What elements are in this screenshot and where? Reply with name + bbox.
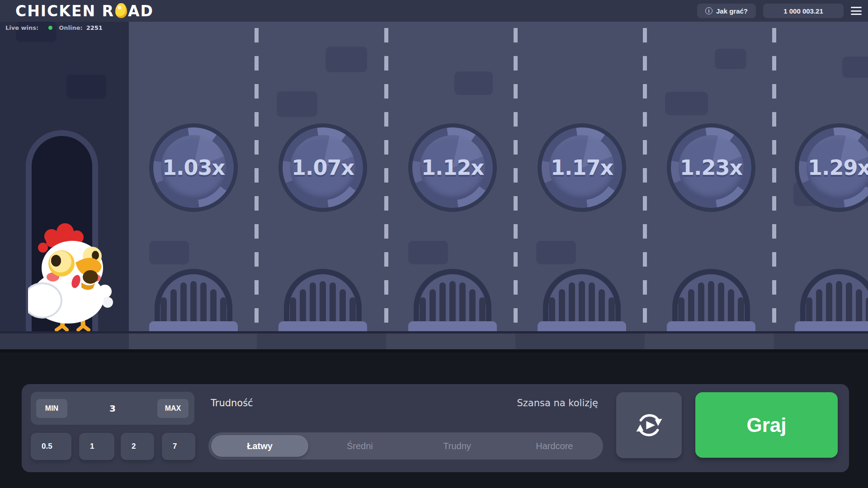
- quick-bet-button[interactable]: 1: [79, 433, 114, 460]
- multiplier-pad: 1.03x: [149, 123, 238, 212]
- multiplier-pad: 1.23x: [667, 123, 755, 212]
- road-patch: [536, 241, 576, 264]
- app-logo: CHICKEN RAD: [15, 1, 154, 20]
- egg-icon: [115, 3, 127, 18]
- quick-bet-button[interactable]: 7: [162, 433, 195, 460]
- road-patch: [277, 91, 317, 117]
- lane-divider: [514, 28, 518, 331]
- logo-text-left: CHICKEN R: [15, 2, 114, 20]
- grate-ledge: [795, 321, 868, 331]
- status-row: Live wins: Online: 2251: [5, 24, 103, 31]
- chicken-road-game-screen: CHICKEN RAD i Jak grać? 1 000 003.21 Liv…: [0, 0, 868, 488]
- bet-amount-control: MIN 3 MAX: [31, 392, 194, 425]
- difficulty-tab-latwy[interactable]: Łatwy: [211, 435, 308, 457]
- how-to-play-label: Jak grać?: [716, 7, 748, 15]
- menu-button[interactable]: [851, 7, 862, 15]
- autoplay-icon: [633, 409, 665, 441]
- road-patch: [326, 47, 367, 72]
- multiplier-pad: 1.12x: [408, 123, 497, 212]
- chicken-character: [28, 223, 114, 331]
- online-label: Online:: [59, 24, 83, 31]
- balance-value: 1 000 003.21: [783, 7, 823, 15]
- multiplier-label: 1.12x: [408, 123, 497, 212]
- difficulty-tab-sredni[interactable]: Średni: [311, 432, 408, 460]
- multiplier-pad: 1.17x: [538, 123, 626, 212]
- balance-display[interactable]: 1 000 003.21: [763, 4, 844, 18]
- road-patch: [842, 56, 868, 78]
- lane-divider: [772, 28, 776, 331]
- grate-ledge: [149, 321, 238, 331]
- multiplier-label: 1.29x: [795, 123, 868, 212]
- lane-divider: [643, 28, 647, 331]
- difficulty-tab-trudny[interactable]: Trudny: [409, 432, 506, 460]
- curb: [0, 331, 868, 352]
- grate-ledge: [538, 321, 626, 331]
- difficulty-tabs: Łatwy Średni Trudny Hardcore: [208, 432, 603, 460]
- road-patch: [715, 49, 746, 69]
- topbar-actions: i Jak grać? 1 000 003.21: [697, 0, 862, 22]
- grate-ledge: [278, 321, 367, 331]
- road-patch: [66, 75, 106, 99]
- how-to-play-button[interactable]: i Jak grać?: [697, 4, 756, 18]
- quick-bet-button[interactable]: 2: [121, 433, 154, 460]
- collision-chance-label: Szansa na kolizję: [422, 398, 598, 408]
- quick-bet-button[interactable]: 0.5: [31, 433, 71, 460]
- max-bet-button[interactable]: MAX: [157, 399, 189, 418]
- road-patch: [149, 241, 189, 264]
- top-bar: CHICKEN RAD i Jak grać? 1 000 003.21: [0, 0, 868, 22]
- grate-ledge: [408, 321, 497, 331]
- multiplier-label: 1.07x: [278, 123, 367, 212]
- multiplier-label: 1.17x: [538, 123, 626, 212]
- start-sidewalk: [0, 22, 129, 331]
- road-patch: [454, 71, 493, 95]
- game-area: Live wins: Online: 2251: [0, 22, 868, 352]
- play-button[interactable]: Graj: [695, 392, 838, 458]
- info-icon: i: [705, 7, 712, 14]
- road-patch: [665, 92, 708, 115]
- multiplier-pad: 1.07x: [278, 123, 367, 212]
- online-count: 2251: [86, 24, 103, 31]
- difficulty-tab-hardcore[interactable]: Hardcore: [506, 432, 603, 460]
- lane-divider: [255, 28, 259, 331]
- hamburger-icon: [851, 7, 862, 8]
- live-wins-label: Live wins:: [5, 24, 38, 31]
- control-panel: MIN 3 MAX 0.5 1 2 7 Trudność Szansa na k…: [22, 384, 849, 472]
- autoplay-button[interactable]: [616, 392, 682, 458]
- multiplier-label: 1.23x: [667, 123, 755, 212]
- road: 1.03x 1.07x 1.12x 1.17x 1.23x 1.29x: [129, 22, 868, 331]
- difficulty-label: Trudność: [211, 398, 253, 408]
- multiplier-pad: 1.29x: [795, 123, 868, 212]
- multiplier-label: 1.03x: [149, 123, 238, 212]
- online-dot-icon: [48, 26, 52, 30]
- lane-divider: [384, 28, 388, 331]
- road-patch: [408, 241, 448, 264]
- grate-ledge: [667, 321, 755, 331]
- logo-text-right: AD: [128, 2, 154, 20]
